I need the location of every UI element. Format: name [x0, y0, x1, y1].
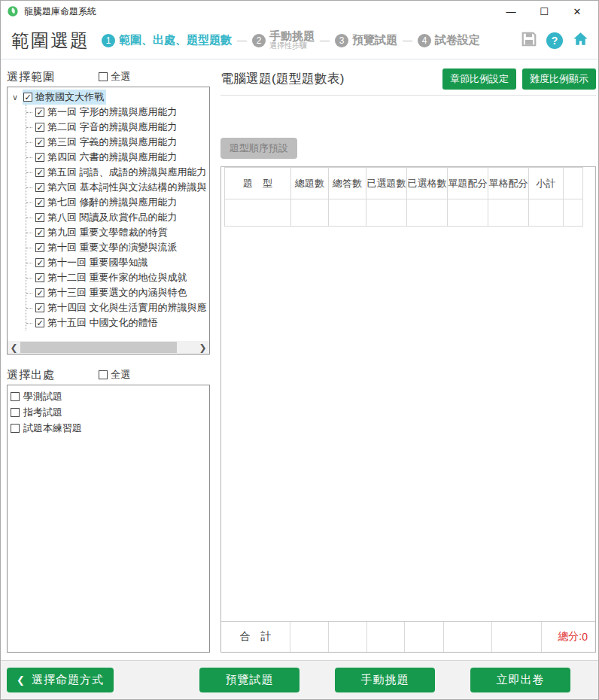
tree-item[interactable]: 第七回 修辭的辨識與應用能力 — [26, 195, 209, 210]
tree-item-checkbox[interactable] — [35, 213, 44, 222]
minimize-button[interactable]: — — [494, 2, 528, 21]
back-to-mode-button[interactable]: ❮ 選擇命題方式 — [7, 668, 114, 692]
tree-item-checkbox[interactable] — [35, 273, 44, 282]
app-window: 龍騰題庫命題系統 — ☐ ✕ 範圍選題 1 範圍、出處、題型題數 — 2 手動挑… — [0, 0, 599, 700]
tree-item-checkbox[interactable] — [35, 168, 44, 177]
tree-item-checkbox[interactable] — [35, 228, 44, 237]
maximize-button[interactable]: ☐ — [528, 2, 561, 21]
tree-item[interactable]: 第十二回 重要作家的地位與成就 — [26, 270, 209, 285]
tree-item-checkbox[interactable] — [35, 108, 44, 117]
col-header-type: 題 型 — [225, 168, 291, 199]
question-order-preset-button[interactable]: 題型順序預設 — [220, 138, 297, 159]
help-icon[interactable]: ? — [546, 32, 563, 49]
table-empty-cell — [448, 199, 488, 227]
app-logo-icon — [7, 5, 19, 17]
step-2-subtitle: 選擇性步驟 — [269, 42, 315, 50]
tree-item-checkbox[interactable] — [35, 198, 44, 207]
scrollbar-thumb[interactable] — [20, 342, 177, 353]
generate-exam-button[interactable]: 立即出卷 — [470, 668, 570, 692]
tree-item[interactable]: 第十一回 重要國學知識 — [26, 255, 209, 270]
tree-item-label: 第六回 基本詞性與文法結構的辨識與 — [47, 181, 207, 194]
step-1[interactable]: 1 範圍、出處、題型題數 — [102, 33, 232, 47]
source-item-checkbox[interactable] — [11, 408, 20, 417]
tree-root[interactable]: ∨ 搶救國文大作戰 — [11, 90, 209, 105]
source-item[interactable]: 學測試題 — [11, 388, 206, 404]
tree-item-checkbox[interactable] — [35, 183, 44, 192]
table-empty-cell — [225, 199, 291, 227]
manual-pick-button[interactable]: 手動挑題 — [335, 668, 435, 692]
tree-item-checkbox[interactable] — [35, 123, 44, 132]
tree-root-checkbox[interactable] — [23, 93, 32, 102]
tree-item-checkbox[interactable] — [35, 258, 44, 267]
source-select-all[interactable]: 全選 — [99, 368, 130, 382]
range-select-all-checkbox[interactable] — [99, 72, 108, 81]
table-empty-cell — [407, 199, 448, 227]
close-button[interactable]: ✕ — [561, 2, 594, 21]
tree-item[interactable]: 第十四回 文化與生活實用的辨識與應 — [26, 300, 209, 315]
tree-item-checkbox[interactable] — [35, 243, 44, 252]
step-4-number: 4 — [418, 34, 431, 47]
step-4-label: 試卷設定 — [435, 33, 480, 47]
step-2-number: 2 — [252, 34, 266, 47]
tree-item[interactable]: 第一回 字形的辨識與應用能力 — [26, 105, 209, 120]
difficulty-ratio-button[interactable]: 難度比例顯示 — [522, 68, 596, 90]
tree-item[interactable]: 第十五回 中國文化的體悟 — [26, 315, 209, 330]
table-empty-cell — [488, 199, 529, 227]
expand-chevron-icon[interactable]: ∨ — [11, 93, 20, 102]
tree-item[interactable]: 第十三回 重要選文的內涵與特色 — [26, 285, 209, 300]
source-item[interactable]: 指考試題 — [11, 404, 206, 420]
chapter-ratio-button[interactable]: 章節比例設定 — [442, 68, 516, 90]
tree-item[interactable]: 第六回 基本詞性與文法結構的辨識與 — [26, 180, 209, 195]
tree-item-checkbox[interactable] — [35, 138, 44, 147]
main-content: 選擇範圍 全選 ∨ 搶救國文大作戰 第一回 字形的辨識與應用能力 第二回 字音的… — [1, 59, 598, 660]
range-section-header: 選擇範圍 全選 — [7, 67, 210, 87]
tree-item[interactable]: 第四回 六書的辨識與應用能力 — [26, 150, 209, 165]
tree-item-label: 第十三回 重要選文的內涵與特色 — [47, 286, 187, 300]
preview-questions-button[interactable]: 預覽試題 — [199, 668, 300, 692]
total-empty-cell — [405, 622, 444, 652]
col-header-score-per-cell: 單格配分 — [488, 168, 529, 199]
col-header-selected-cells: 已選格數 — [407, 168, 448, 199]
tree-item-label: 第九回 重要文學體裁的特質 — [47, 226, 168, 239]
scroll-right-icon[interactable]: ❯ — [196, 341, 209, 354]
col-header-extra — [564, 168, 583, 199]
table-empty-cell — [529, 199, 564, 227]
step-3[interactable]: 3 預覽試題 — [335, 33, 397, 47]
tree-item[interactable]: 第八回 閱讀及欣賞作品的能力 — [26, 210, 209, 225]
source-item-checkbox[interactable] — [11, 392, 20, 401]
tree-root-label: 搶救國文大作戰 — [35, 90, 104, 104]
home-icon[interactable] — [572, 30, 589, 50]
tree-item-checkbox[interactable] — [35, 303, 44, 312]
tree-item-checkbox[interactable] — [35, 318, 44, 327]
titlebar: 龍騰題庫命題系統 — ☐ ✕ — [1, 1, 598, 22]
scroll-left-icon[interactable]: ❮ — [8, 341, 20, 354]
tree-item-label: 第十四回 文化與生活實用的辨識與應 — [47, 301, 207, 315]
source-item-label: 指考試題 — [23, 406, 62, 419]
tree-item-label: 第十二回 重要作家的地位與成就 — [47, 271, 187, 285]
back-chevron-icon: ❮ — [17, 674, 26, 686]
step-separator: — — [320, 35, 330, 46]
source-select-all-checkbox[interactable] — [99, 370, 108, 379]
tree-item-checkbox[interactable] — [35, 288, 44, 297]
table-empty-cell — [564, 199, 583, 227]
step-2-label: 手動挑題 — [269, 30, 315, 42]
range-section-title: 選擇範圍 — [7, 70, 55, 84]
tree-item[interactable]: 第三回 字義的辨識與應用能力 — [26, 135, 209, 150]
tree-root-selected[interactable]: 搶救國文大作戰 — [23, 90, 106, 105]
source-item-checkbox[interactable] — [11, 424, 20, 433]
range-select-all[interactable]: 全選 — [99, 70, 130, 84]
step-4[interactable]: 4 試卷設定 — [418, 33, 480, 47]
save-icon[interactable] — [521, 31, 537, 50]
step-2[interactable]: 2 手動挑題 選擇性步驟 — [252, 30, 315, 50]
source-section-title: 選擇出處 — [7, 368, 55, 382]
tree-item[interactable]: 第十回 重要文學的演變與流派 — [26, 240, 209, 255]
horizontal-scrollbar[interactable]: ❮ ❯ — [8, 341, 209, 354]
tree-item[interactable]: 第五回 詞語、成語的辨識與應用能力 — [26, 165, 209, 180]
source-item[interactable]: 試題本練習題 — [11, 420, 206, 436]
source-list: 學測試題 指考試題 試題本練習題 — [7, 385, 210, 653]
total-empty-cell — [444, 622, 492, 652]
tree-item-checkbox[interactable] — [35, 153, 44, 162]
tree-item[interactable]: 第二回 字音的辨識與應用能力 — [26, 120, 209, 135]
tree-item[interactable]: 第九回 重要文學體裁的特質 — [26, 225, 209, 240]
tree-item-label: 第八回 閱讀及欣賞作品的能力 — [47, 211, 178, 224]
